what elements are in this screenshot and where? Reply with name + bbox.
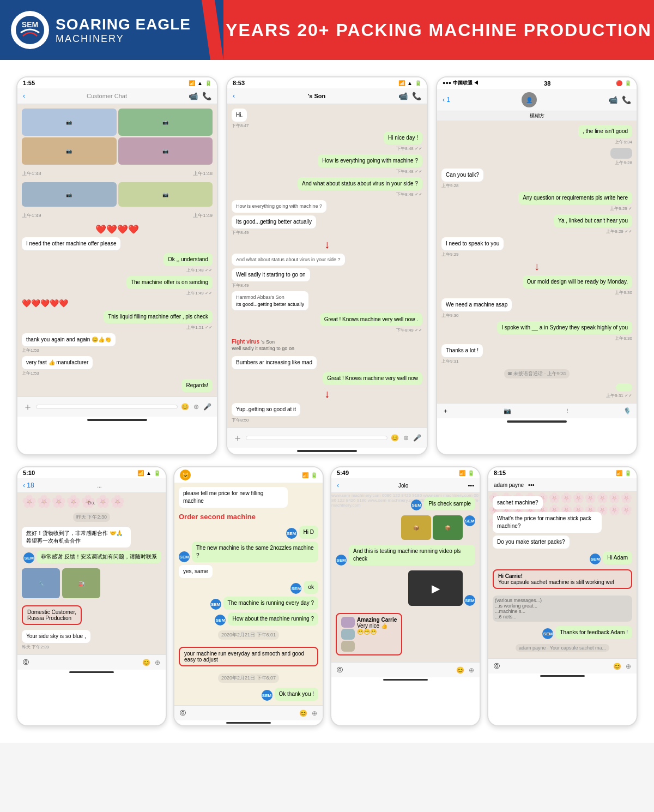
bubble-s6-2: And this is testing machine running vide… bbox=[349, 545, 475, 566]
time-s2-1: 下午8:48 ✓✓ bbox=[396, 146, 422, 152]
plus-icon-1[interactable]: ＋ bbox=[23, 400, 33, 413]
bubble-r2-6: Hammod Abbas's Son Its good...getting be… bbox=[232, 291, 308, 310]
more-icon-6[interactable]: ••• bbox=[468, 482, 474, 489]
contact-avatar-3: 👤 bbox=[522, 92, 537, 107]
time-s2-2: 下午8:48 ✓✓ bbox=[396, 169, 422, 175]
plus-icon-3[interactable]: ＋ bbox=[443, 407, 449, 415]
msg-s5-1: Hi D SEM bbox=[179, 526, 318, 539]
phone-icon-3[interactable]: 📞 bbox=[622, 95, 631, 104]
camera-icon-3[interactable]: 📷 bbox=[504, 407, 511, 414]
attachment-icon-6[interactable]: ⊕ bbox=[469, 666, 474, 674]
more-icon-3[interactable]: ⁝ bbox=[566, 407, 568, 414]
msg-s2-3: And what about status about virus in you… bbox=[298, 177, 422, 197]
phone-icon-2[interactable]: 📞 bbox=[412, 92, 421, 100]
bubble-r2-8: Yup..getting so good at it bbox=[232, 403, 300, 416]
plus-icon-5[interactable]: ⓪ bbox=[180, 709, 186, 717]
back-button-1[interactable]: ‹ bbox=[23, 92, 25, 100]
phone-chat-1: 1:55 📶▲🔋 ‹ Customer Chat 📹 📞 📷 📷 📷 bbox=[16, 76, 218, 455]
header-divider bbox=[202, 0, 223, 60]
attachment-icon-2[interactable]: ⊕ bbox=[403, 434, 409, 442]
mic-icon-3[interactable]: 🎙️ bbox=[623, 407, 631, 414]
emoji-icon-7[interactable]: 😊 bbox=[613, 663, 621, 670]
bubble-s2-4: Great ! Knows machine very well now . bbox=[320, 313, 422, 326]
system-msg-5-2: 2020年2月21日 下午6:07 bbox=[218, 673, 279, 683]
attachment-icon-1[interactable]: ⊕ bbox=[193, 403, 199, 411]
feedback-img-1 bbox=[341, 617, 355, 628]
phone-chat-2: 8:53 📶▲🔋 ‹ 's Son 📹 📞 Hi. 下午8:47 bbox=[226, 76, 428, 455]
attachment-icon-7[interactable]: ⊕ bbox=[626, 663, 631, 670]
bubble-s3-2: Any question or requirements pls write h… bbox=[518, 191, 632, 204]
time-s2-3: 下午8:48 ✓✓ bbox=[396, 191, 422, 197]
status-bar-4: 5:10 📶▲🔋 bbox=[17, 467, 166, 478]
emoji-icon-2[interactable]: 😊 bbox=[391, 434, 399, 442]
emoji-icon-6[interactable]: 😊 bbox=[456, 666, 464, 674]
chat-body-5: please tell me price for new filling mac… bbox=[174, 483, 323, 705]
mic-icon-1[interactable]: 🎤 bbox=[203, 403, 211, 411]
bubble-r5-1: please tell me price for new filling mac… bbox=[179, 487, 288, 508]
image-grid-2: 📷 📷 bbox=[22, 182, 213, 207]
bubble-s3-4: Our mold design will be ready by Monday, bbox=[523, 275, 632, 288]
message-input-2[interactable] bbox=[246, 436, 387, 440]
back-button-3[interactable]: ‹ 1 bbox=[443, 96, 450, 104]
plus-icon-6[interactable]: ⓪ bbox=[337, 666, 343, 674]
mic-icon-2[interactable]: 🎤 bbox=[413, 434, 421, 442]
msg-r2-8: Yup..getting so good at it 下午8:50 bbox=[232, 403, 300, 423]
msg-bubble-1: I need the other machine offer please bbox=[22, 237, 120, 250]
bubble-r3-1: Can you talk? bbox=[441, 169, 483, 182]
chat-image-2: 📷 bbox=[118, 109, 213, 136]
domestic-customer-box: Domestic Customer,Russia Production bbox=[22, 605, 82, 625]
sem-badge-6-2: SEM bbox=[464, 515, 475, 526]
attachment-icon-5[interactable]: ⊕ bbox=[312, 709, 317, 717]
time-s3-3: 上午9:29 ✓✓ bbox=[606, 228, 632, 234]
phone-bottom-bar-5: ⓪ 😊 ⊕ bbox=[174, 705, 323, 720]
msg-received-1: I need the other machine offer please bbox=[22, 237, 120, 250]
msg-bubble-5: thank you again and again 😊👍👏 bbox=[22, 333, 116, 346]
msg-r7-2: What's the price for machine stick pack … bbox=[493, 512, 602, 533]
msg-r2-4: And what about status about virus in you… bbox=[232, 254, 345, 266]
plus-icon-2[interactable]: ＋ bbox=[233, 431, 243, 444]
emoji-icon-5[interactable]: 😊 bbox=[299, 709, 307, 717]
msg-s2-2: How is everything going with machine ? 下… bbox=[318, 154, 422, 175]
bottom-icons-2: 😊 ⊕ 🎤 bbox=[391, 434, 421, 442]
chat-image-5: 📷 bbox=[22, 182, 117, 207]
attachment-icon-4[interactable]: ⊕ bbox=[155, 659, 160, 666]
video-thumb-6[interactable]: ▶ bbox=[408, 570, 463, 606]
back-button-4[interactable]: ‹ 18 bbox=[23, 482, 34, 489]
video-icon-3[interactable]: 📹 bbox=[608, 95, 617, 104]
bubble-r4-2: Your side sky is so blue , bbox=[22, 630, 90, 643]
bubble-s2-1: Hi nice day ! bbox=[384, 131, 422, 145]
status-icons-1: 📶▲🔋 bbox=[189, 80, 211, 86]
plus-icon-7[interactable]: ⓪ bbox=[494, 662, 500, 670]
msg-s7-1: Hi Adam SEM bbox=[493, 551, 632, 564]
feedback-images bbox=[341, 617, 355, 652]
emoji-icon-1[interactable]: 😊 bbox=[181, 403, 189, 411]
time-s2-4: 下午8:49 ✓✓ bbox=[396, 327, 422, 333]
tagline-text: YEARS 20+ PACKING MACHINE PRODUCTION bbox=[226, 20, 652, 40]
back-button-6[interactable]: ‹ bbox=[337, 482, 339, 489]
msg-s2-1: Hi nice day ! 下午8:48 ✓✓ bbox=[384, 131, 422, 152]
msg-s2-4: Great ! Knows machine very well now . 下午… bbox=[320, 313, 422, 333]
order-label: Order second machine bbox=[179, 513, 256, 521]
plus-icon-4[interactable]: ⓪ bbox=[23, 658, 29, 666]
back-button-2[interactable]: ‹ bbox=[233, 92, 235, 100]
message-input-1[interactable] bbox=[36, 405, 178, 409]
machine-photos-4: 🔧 🏭 bbox=[22, 568, 161, 598]
msg-s5-6: Ok thank you ! SEM bbox=[179, 688, 318, 701]
time-7: 8:15 bbox=[494, 470, 506, 476]
msg-s4-1: 非常感谢 反馈！安装调试如有问题，请随时联系 SEM bbox=[22, 550, 161, 563]
more-icon-7[interactable]: ••• bbox=[528, 482, 535, 488]
msg-time-4: 上午1:53 bbox=[22, 347, 39, 353]
phone-icon-1[interactable]: 📞 bbox=[202, 92, 211, 100]
header-icons-1: 📹 📞 bbox=[189, 92, 211, 100]
bubble-r2-5: Well sadly it starting to go on bbox=[232, 268, 310, 281]
msg-s2-5: Great ! Knows machine very well now bbox=[323, 372, 422, 385]
bubble-s2-3: And what about status about virus in you… bbox=[298, 177, 422, 190]
msg-r3-2: I need to speak to you 上午9:29 bbox=[441, 237, 504, 257]
chat-image-1: 📷 bbox=[22, 109, 117, 136]
msg-sent-3: This liquid filling machine offer , pls … bbox=[104, 310, 213, 330]
msg-r7-1: sachet machine? bbox=[493, 496, 543, 509]
msg-s5-4: The machine is running every day ? SEM bbox=[179, 597, 318, 610]
video-icon-2[interactable]: 📹 bbox=[398, 92, 408, 100]
emoji-icon-4[interactable]: 😊 bbox=[142, 659, 150, 666]
video-icon-1[interactable]: 📹 bbox=[189, 92, 198, 100]
